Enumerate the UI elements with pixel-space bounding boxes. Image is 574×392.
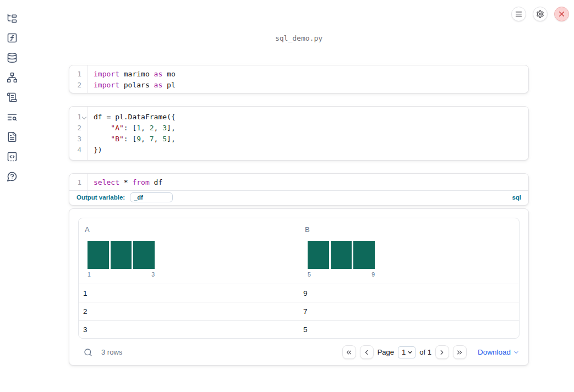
line-number: 2	[69, 80, 88, 91]
histogram-bar[interactable]	[331, 241, 352, 269]
next-page-button[interactable]	[435, 345, 449, 359]
column-histogram: 1 3	[88, 241, 155, 278]
output-variable-label: Output variable:	[76, 194, 125, 201]
line-number: 1	[69, 69, 88, 80]
file-text-icon	[7, 131, 18, 142]
table-output-panel: A 1 3 B 5 9	[69, 208, 529, 366]
sidebar-item-snippets[interactable]	[0, 147, 24, 167]
shutdown-button[interactable]	[554, 7, 569, 21]
chevron-left-icon	[363, 349, 370, 356]
function-square-icon	[7, 32, 18, 43]
last-page-button[interactable]	[453, 345, 467, 359]
page-of-label: of 1	[419, 348, 431, 356]
histogram-min-label: 1	[88, 271, 91, 278]
chevrons-right-icon	[456, 349, 463, 356]
code-editor[interactable]: 1df = pl.DataFrame({2 "A": [1, 2, 3],3 "…	[69, 107, 528, 156]
line-number: 1	[69, 177, 88, 188]
pagination: Page 1 of 1 Download	[342, 345, 520, 359]
first-page-button[interactable]	[342, 345, 356, 359]
scroll-text-icon	[7, 92, 18, 103]
histogram-axis-labels: 5 9	[308, 271, 375, 278]
table-cell: 2	[79, 307, 299, 316]
histogram-bar[interactable]	[308, 241, 329, 269]
table-search-button[interactable]	[84, 348, 92, 357]
page-select-value: 1	[402, 348, 406, 356]
histogram-bars	[308, 241, 375, 269]
code-cell-imports[interactable]: 1import marimo as mo2import polars as pl	[69, 65, 529, 93]
download-button[interactable]: Download	[478, 348, 520, 356]
table-toolbar: 3 rows Page 1 of 1	[78, 339, 520, 366]
histogram-bar[interactable]	[88, 241, 109, 269]
code-text: "B": [9, 7, 5],	[88, 134, 176, 145]
histogram-max-label: 9	[371, 271, 375, 278]
sql-cell[interactable]: 1select * from df Output variable: sql	[69, 173, 529, 206]
data-table: A 1 3 B 5 9	[78, 218, 520, 339]
line-number: 3	[69, 134, 88, 145]
code-text: "A": [1, 2, 3],	[88, 123, 176, 134]
list-search-icon	[7, 112, 18, 123]
sidebar-item-datasources[interactable]	[0, 48, 24, 68]
chevron-right-icon	[438, 349, 446, 356]
table-cell: 1	[79, 289, 299, 297]
sidebar-item-file-tree[interactable]	[0, 8, 24, 28]
table-row[interactable]: 27	[79, 302, 519, 320]
line-gutter: 1	[69, 69, 88, 80]
table-cell: 9	[299, 289, 519, 297]
page-label: Page	[378, 348, 394, 356]
output-variable-input[interactable]	[130, 192, 173, 202]
search-icon	[84, 348, 92, 357]
code-text: })	[88, 145, 102, 156]
line-gutter: 1	[69, 177, 88, 188]
line-gutter: 4	[69, 145, 88, 156]
code-cell-dataframe[interactable]: 1df = pl.DataFrame({2 "A": [1, 2, 3],3 "…	[69, 106, 529, 161]
code-line: 1select * from df	[69, 177, 528, 188]
column-header-b[interactable]: B 5 9	[299, 218, 519, 284]
table-header-row: A 1 3 B 5 9	[79, 218, 519, 284]
table-cell: 5	[299, 325, 519, 334]
table-cell: 7	[299, 307, 519, 316]
table-row[interactable]: 35	[79, 320, 519, 338]
settings-button[interactable]	[533, 7, 548, 21]
page-number-select[interactable]: 1	[398, 346, 416, 358]
sql-cell-footer: Output variable: sql	[69, 190, 528, 205]
download-label: Download	[478, 348, 511, 356]
sidebar-item-search[interactable]	[0, 107, 24, 127]
histogram-bar[interactable]	[133, 241, 155, 269]
code-text: select * from df	[88, 177, 162, 188]
code-text: import polars as pl	[88, 80, 176, 91]
sidebar-item-documentation[interactable]	[0, 127, 24, 147]
helper-sidebar	[0, 8, 24, 186]
histogram-bar[interactable]	[111, 241, 132, 269]
table-row[interactable]: 19	[79, 284, 519, 302]
previous-page-button[interactable]	[360, 345, 374, 359]
language-badge: sql	[512, 194, 521, 201]
code-text: import marimo as mo	[88, 69, 176, 80]
code-line: 2 "A": [1, 2, 3],	[69, 123, 528, 134]
code-text: df = pl.DataFrame({	[88, 112, 176, 123]
column-header-a[interactable]: A 1 3	[79, 218, 299, 284]
code-line: 4})	[69, 145, 528, 156]
column-label: B	[305, 225, 519, 234]
line-gutter: 2	[69, 123, 88, 134]
histogram-bars	[88, 241, 155, 269]
chevron-down-icon	[407, 350, 413, 355]
sidebar-item-logs[interactable]	[0, 87, 24, 107]
sidebar-item-help[interactable]	[0, 167, 24, 186]
histogram-max-label: 3	[151, 271, 155, 278]
code-line: 3 "B": [9, 7, 5],	[69, 134, 528, 145]
code-snippet-square-icon	[7, 151, 18, 162]
sql-editor[interactable]: 1select * from df	[69, 174, 528, 191]
settings-gear-icon	[536, 10, 544, 18]
notebook-filename: sql_demo.py	[69, 34, 529, 42]
sidebar-item-dependency-graph[interactable]	[0, 68, 24, 87]
help-question-bubble-icon	[7, 171, 18, 182]
histogram-bar[interactable]	[353, 241, 375, 269]
line-gutter: 3	[69, 134, 88, 145]
file-tree-icon	[7, 13, 18, 24]
table-body: 192735	[79, 284, 519, 338]
code-editor[interactable]: 1import marimo as mo2import polars as pl	[69, 65, 528, 91]
sidebar-item-functions[interactable]	[0, 28, 24, 48]
line-gutter: 2	[69, 80, 88, 91]
line-gutter: 1	[69, 112, 88, 123]
database-icon	[7, 52, 18, 63]
